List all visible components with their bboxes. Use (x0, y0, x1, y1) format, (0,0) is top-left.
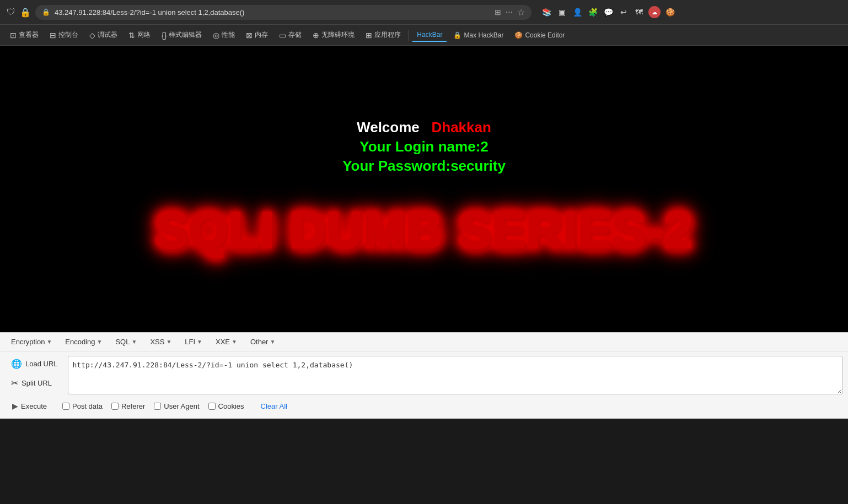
view-icon: ⊡ (10, 31, 17, 40)
extension-icon[interactable]: 🧩 (587, 6, 599, 18)
style-icon: {} (162, 31, 167, 40)
debugger-icon: ◇ (89, 31, 95, 40)
clear-all-label: Clear All (261, 402, 287, 410)
load-url-button[interactable]: 🌐 Load URL (6, 356, 63, 372)
devtools-toolbar: ⊡ 查看器 ⊟ 控制台 ◇ 调试器 ⇅ 网络 {} 样式编辑器 ◎ 性能 ⊠ 内… (0, 25, 848, 46)
toolbar-accessibility-label: 无障碍环境 (321, 30, 355, 40)
clear-all-button[interactable]: Clear All (257, 401, 291, 411)
post-data-check[interactable] (62, 403, 69, 410)
actions-row: 🌐 Load URL ✂ Split URL http://43.247.91.… (0, 351, 848, 399)
hackbar-tab[interactable]: HackBar (412, 29, 447, 42)
bookmark-icon[interactable]: ☆ (517, 7, 525, 18)
cookie-editor-item[interactable]: 🍪 Cookie Editor (510, 29, 569, 41)
other-label: Other (250, 338, 269, 346)
toolbar-network[interactable]: ⇅ 网络 (124, 28, 155, 42)
encoding-arrow-icon: ▼ (97, 339, 103, 345)
console-icon: ⊟ (50, 31, 56, 40)
referer-checkbox[interactable]: Referer (111, 402, 145, 410)
shield-icon[interactable]: 🛡 (6, 7, 17, 18)
browser-right-icons: 📚 ▣ 👤 🧩 💬 ↩ 🗺 ☁ 🍪 (540, 6, 676, 18)
execute-button[interactable]: ▶ Execute (6, 399, 53, 413)
xss-arrow-icon: ▼ (166, 339, 171, 345)
toolbar-debugger-label: 调试器 (98, 30, 117, 40)
sqli-title: SQLI DUMB SERIES-2 (155, 202, 693, 259)
user-agent-check[interactable] (154, 403, 161, 410)
toolbar-apps[interactable]: ⊞ 应用程序 (361, 28, 405, 42)
network-icon: ⇅ (128, 31, 135, 40)
sql-menu[interactable]: SQL ▼ (110, 336, 142, 348)
toolbar-network-label: 网络 (137, 30, 151, 40)
post-data-label: Post data (72, 402, 103, 410)
back-icon[interactable]: ↩ (618, 6, 630, 18)
storage-icon: ▭ (279, 31, 286, 40)
toolbar-style-label: 样式编辑器 (169, 30, 202, 40)
toolbar-view-label: 查看器 (19, 30, 39, 40)
performance-icon: ◎ (213, 31, 219, 40)
chat-icon[interactable]: 💬 (602, 6, 614, 18)
checkboxes-row: Post data Referer User Agent Cookies Cle… (62, 401, 842, 411)
toolbar-console[interactable]: ⊟ 控制台 (45, 28, 83, 42)
hackbar-tab-label: HackBar (417, 31, 442, 39)
toolbar-console-label: 控制台 (58, 30, 78, 40)
welcome-label: Welcome (357, 119, 420, 136)
url-input[interactable]: http://43.247.91.228:84/Less-2/?id=-1 un… (68, 356, 842, 394)
post-data-checkbox[interactable]: Post data (62, 402, 103, 410)
encryption-menu[interactable]: Encryption ▼ (6, 336, 57, 348)
execute-play-icon: ▶ (12, 402, 18, 410)
maps-icon[interactable]: 🗺 (633, 6, 645, 18)
toolbar-storage[interactable]: ▭ 存储 (275, 28, 306, 42)
xxe-menu[interactable]: XXE ▼ (210, 336, 243, 348)
toolbar-accessibility[interactable]: ⊕ 无障碍环境 (308, 28, 359, 42)
cookie-editor-label: Cookie Editor (525, 31, 565, 39)
welcome-line: Welcome Dhakkan (342, 119, 506, 136)
site-icon: 🔒 (20, 7, 31, 18)
sync-icon[interactable]: ☁ (648, 6, 661, 18)
main-content: Welcome Dhakkan Your Login name:2 Your P… (0, 46, 848, 332)
maxhackbar-item[interactable]: 🔒 Max HackBar (449, 29, 508, 41)
xss-menu[interactable]: XSS ▼ (144, 336, 177, 348)
xss-label: XSS (150, 338, 164, 346)
split-url-label: Split URL (22, 379, 52, 387)
lfi-menu[interactable]: LFI ▼ (179, 336, 208, 348)
nav-icons: 🛡 🔒 (6, 7, 31, 18)
toolbar-view[interactable]: ⊡ 查看器 (6, 28, 43, 42)
toolbar-debugger[interactable]: ◇ 调试器 (85, 28, 122, 42)
more-options-icon[interactable]: ··· (506, 7, 513, 17)
encryption-label: Encryption (11, 338, 45, 346)
password-display: Your Password:security (342, 158, 506, 175)
profile-icon[interactable]: 👤 (571, 6, 583, 18)
toolbar-style[interactable]: {} 样式编辑器 (157, 28, 206, 42)
reader-mode-icon[interactable]: ▣ (556, 6, 568, 18)
lfi-arrow-icon: ▼ (197, 339, 202, 345)
address-bar-wrap[interactable]: 🔒 ⊞ ··· ☆ (35, 5, 532, 20)
split-url-button[interactable]: ✂ Split URL (6, 375, 63, 391)
user-agent-checkbox[interactable]: User Agent (154, 402, 199, 410)
toolbar-performance[interactable]: ◎ 性能 (208, 28, 239, 42)
avatar-icon[interactable]: 🍪 (664, 6, 676, 18)
toolbar-performance-label: 性能 (222, 30, 235, 40)
sql-arrow-icon: ▼ (131, 339, 137, 345)
library-icon[interactable]: 📚 (540, 6, 552, 18)
action-buttons: 🌐 Load URL ✂ Split URL (6, 356, 63, 391)
execute-label: Execute (21, 402, 47, 410)
maxhackbar-label: Max HackBar (464, 31, 503, 39)
cookies-check[interactable] (208, 403, 216, 410)
encoding-menu[interactable]: Encoding ▼ (60, 336, 108, 348)
toolbar-apps-label: 应用程序 (374, 30, 401, 40)
username-display: Dhakkan (431, 119, 491, 136)
cookies-label: Cookies (218, 402, 244, 410)
address-bar[interactable] (55, 8, 490, 17)
encoding-label: Encoding (65, 338, 95, 346)
lfi-label: LFI (185, 338, 195, 346)
referer-check[interactable] (111, 403, 119, 410)
toolbar-separator (409, 30, 409, 41)
apps-icon: ⊞ (366, 31, 372, 40)
cookies-checkbox[interactable]: Cookies (208, 402, 244, 410)
lock-icon: 🔒 (42, 8, 50, 16)
qr-icon[interactable]: ⊞ (495, 8, 501, 17)
load-url-label: Load URL (25, 360, 58, 368)
lock-sm-icon: 🔒 (453, 31, 461, 39)
toolbar-storage-label: 存储 (288, 30, 302, 40)
other-menu[interactable]: Other ▼ (245, 336, 281, 348)
toolbar-memory[interactable]: ⊠ 内存 (241, 28, 272, 42)
